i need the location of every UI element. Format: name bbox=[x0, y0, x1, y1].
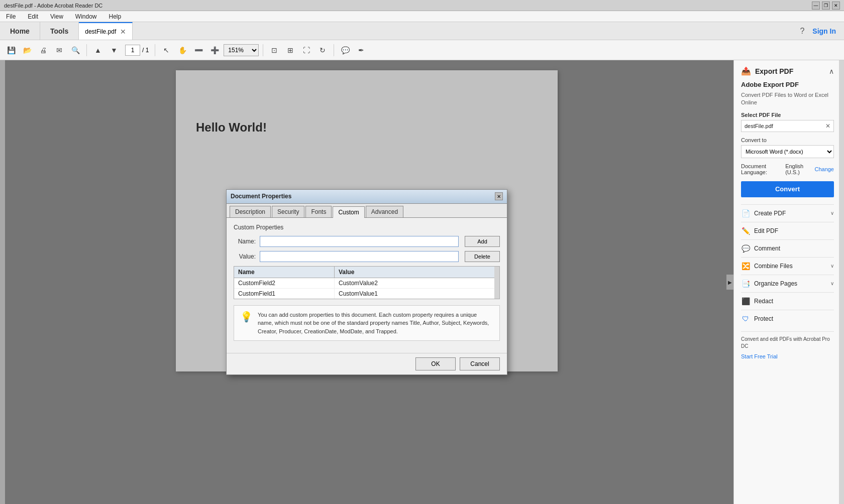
doc-lang-value: English (U.S.) bbox=[785, 163, 812, 175]
zoom-in-button[interactable]: ➕ bbox=[207, 43, 222, 57]
fit-page-button[interactable]: ⊡ bbox=[267, 43, 281, 57]
chevron-down-icon: ∨ bbox=[830, 263, 834, 269]
create-pdf-icon: 📄 bbox=[741, 209, 750, 218]
title-bar-text: destFile.pdf - Adobe Acrobat Reader DC bbox=[4, 3, 102, 9]
next-page-button[interactable]: ▼ bbox=[107, 43, 121, 57]
select-tool[interactable]: ↖ bbox=[159, 43, 173, 57]
name-input[interactable] bbox=[260, 236, 459, 247]
tab-fonts[interactable]: Fonts bbox=[305, 206, 332, 217]
tool-redact-label: Redact bbox=[754, 298, 773, 305]
delete-button[interactable]: Delete bbox=[465, 251, 500, 262]
field-value-2: CustomValue1 bbox=[335, 289, 494, 299]
promo-text: Convert and edit PDFs with Acrobat Pro D… bbox=[741, 336, 834, 350]
open-button[interactable]: 📂 bbox=[20, 43, 34, 57]
table-row[interactable]: CustomField2 CustomValue2 bbox=[234, 278, 494, 289]
tab-bar-right: ? Sign In bbox=[800, 22, 844, 40]
tool-create-pdf[interactable]: 📄 Create PDF ∨ bbox=[741, 204, 834, 222]
zoom-out-button[interactable]: ➖ bbox=[191, 43, 205, 57]
tool-combine-files[interactable]: 🔀 Combine Files ∨ bbox=[741, 257, 834, 275]
tool-comment-label: Comment bbox=[754, 245, 780, 252]
tab-bar: Home Tools destFile.pdf ✕ ? Sign In bbox=[0, 22, 844, 40]
menu-view[interactable]: View bbox=[48, 12, 65, 21]
field-value-1: CustomValue2 bbox=[335, 278, 494, 288]
prev-page-button[interactable]: ▲ bbox=[91, 43, 105, 57]
toolbar-separator-4 bbox=[334, 44, 334, 56]
tab-file[interactable]: destFile.pdf ✕ bbox=[79, 22, 133, 40]
column-header-name: Name bbox=[234, 267, 335, 278]
collapse-button[interactable]: ∧ bbox=[829, 67, 834, 75]
tool-edit-pdf[interactable]: ✏️ Edit PDF bbox=[741, 222, 834, 239]
toolbar-separator-2 bbox=[155, 44, 155, 56]
menu-window[interactable]: Window bbox=[73, 12, 99, 21]
zoom-select[interactable]: 151% 100% 75% bbox=[224, 44, 259, 56]
tool-organize-pages[interactable]: 📑 Organize Pages ∨ bbox=[741, 275, 834, 292]
menu-help[interactable]: Help bbox=[107, 12, 124, 21]
fit-width-button[interactable]: ⊞ bbox=[283, 43, 297, 57]
tab-close-button[interactable]: ✕ bbox=[120, 28, 126, 36]
print-button[interactable]: 🖨 bbox=[36, 43, 50, 57]
add-button[interactable]: Add bbox=[465, 236, 500, 247]
full-screen-button[interactable]: ⛶ bbox=[299, 43, 313, 57]
dialog-footer: OK Cancel bbox=[227, 353, 507, 374]
ok-button[interactable]: OK bbox=[415, 357, 456, 370]
export-pdf-icon: 📤 bbox=[741, 66, 751, 76]
tool-comment-left: 💬 Comment bbox=[741, 244, 780, 253]
convert-to-select[interactable]: Microsoft Word (*.docx) bbox=[741, 145, 834, 158]
search-button[interactable]: 🔍 bbox=[68, 43, 82, 57]
help-icon[interactable]: ? bbox=[800, 27, 804, 36]
organize-pages-icon: 📑 bbox=[741, 279, 750, 288]
chevron-down-icon: ∨ bbox=[830, 281, 834, 286]
start-trial-link[interactable]: Start Free Trial bbox=[741, 353, 778, 359]
comment-tool[interactable]: 💬 bbox=[338, 43, 352, 57]
tab-description[interactable]: Description bbox=[230, 206, 271, 217]
field-name-2: CustomField1 bbox=[234, 289, 335, 299]
email-button[interactable]: ✉ bbox=[52, 43, 66, 57]
title-bar-controls: — ❐ ✕ bbox=[812, 2, 840, 10]
dialog-close-button[interactable]: ✕ bbox=[495, 192, 503, 200]
tool-comment[interactable]: 💬 Comment bbox=[741, 239, 834, 257]
table-scrollbar[interactable] bbox=[494, 267, 499, 299]
minimize-button[interactable]: — bbox=[812, 2, 820, 10]
tool-redact[interactable]: ⬛ Redact bbox=[741, 292, 834, 310]
toolbar: 💾 📂 🖨 ✉ 🔍 ▲ ▼ / 1 ↖ ✋ ➖ ➕ 151% 100% 75% … bbox=[0, 40, 844, 60]
convert-button[interactable]: Convert bbox=[741, 181, 834, 197]
page-number-input[interactable] bbox=[125, 45, 140, 56]
sign-in-button[interactable]: Sign In bbox=[812, 27, 836, 35]
tab-security[interactable]: Security bbox=[272, 206, 304, 217]
tool-organize-label: Organize Pages bbox=[754, 280, 797, 287]
tab-custom[interactable]: Custom bbox=[333, 206, 364, 218]
custom-props-title: Custom Properties bbox=[234, 224, 500, 231]
pan-tool[interactable]: ✋ bbox=[175, 43, 189, 57]
doc-lang-change-link[interactable]: Change bbox=[814, 166, 834, 172]
tool-combine-label: Combine Files bbox=[754, 263, 793, 270]
tab-advanced[interactable]: Advanced bbox=[366, 206, 403, 217]
rotate-button[interactable]: ↻ bbox=[315, 43, 330, 57]
tab-home[interactable]: Home bbox=[0, 22, 40, 40]
right-panel-inner: 📤 Export PDF ∧ Adobe Export PDF Convert … bbox=[734, 60, 844, 366]
right-scrollbar[interactable] bbox=[839, 60, 844, 504]
cancel-button[interactable]: Cancel bbox=[460, 357, 500, 370]
redact-icon: ⬛ bbox=[741, 297, 750, 306]
value-input[interactable] bbox=[260, 251, 459, 262]
tool-protect[interactable]: 🛡 Protect bbox=[741, 310, 834, 327]
adobe-export-desc: Convert PDF Files to Word or Excel Onlin… bbox=[741, 91, 834, 107]
right-panel: 📤 Export PDF ∧ Adobe Export PDF Convert … bbox=[733, 60, 844, 504]
main-area: Hello World! ▶ Document Properties ✕ Des… bbox=[0, 60, 844, 504]
menu-edit[interactable]: Edit bbox=[26, 12, 40, 21]
selected-file-name: destFile.pdf bbox=[745, 123, 823, 129]
pen-tool[interactable]: ✒ bbox=[354, 43, 368, 57]
menu-file[interactable]: File bbox=[4, 12, 18, 21]
table-header: Name Value bbox=[234, 267, 494, 278]
info-icon: 💡 bbox=[240, 311, 253, 336]
clear-file-button[interactable]: ✕ bbox=[825, 122, 830, 130]
dialog-title-bar: Document Properties ✕ bbox=[227, 190, 507, 204]
save-button[interactable]: 💾 bbox=[4, 43, 18, 57]
close-window-button[interactable]: ✕ bbox=[832, 2, 840, 10]
tab-tools[interactable]: Tools bbox=[40, 22, 79, 40]
tab-file-name: destFile.pdf bbox=[85, 28, 116, 35]
table-body: CustomField2 CustomValue2 CustomField1 C… bbox=[234, 278, 494, 299]
file-selector[interactable]: destFile.pdf ✕ bbox=[741, 120, 834, 132]
info-text: You can add custom properties to this do… bbox=[258, 311, 493, 336]
table-row[interactable]: CustomField1 CustomValue1 bbox=[234, 289, 494, 299]
restore-button[interactable]: ❐ bbox=[822, 2, 830, 10]
